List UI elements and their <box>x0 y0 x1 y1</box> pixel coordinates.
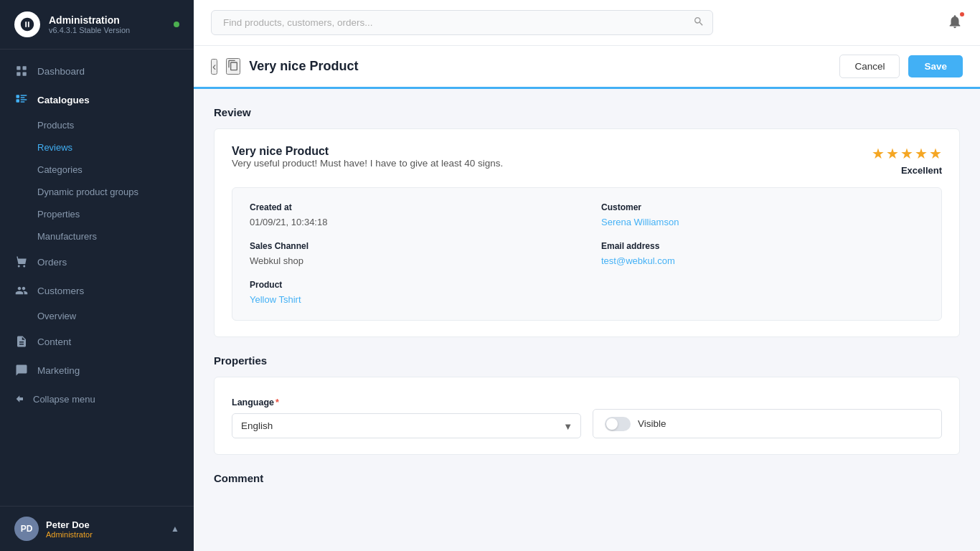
svg-rect-7 <box>17 99 20 103</box>
rating-label: Excellent <box>872 165 942 176</box>
content-icon <box>14 334 29 349</box>
sidebar-item-reviews[interactable]: Reviews <box>0 136 194 159</box>
language-field-group: Language* English German French Spanish … <box>232 397 581 438</box>
sidebar-item-dynamic-product-groups[interactable]: Dynamic product groups <box>0 181 194 203</box>
detail-sales-channel: Sales Channel Webkul shop <box>250 241 573 267</box>
created-at-label: Created at <box>250 202 573 212</box>
save-button[interactable]: Save <box>908 55 963 77</box>
comment-heading: Comment <box>214 472 960 484</box>
comment-section: Comment <box>214 472 960 484</box>
detail-product: Product Yellow Tshirt <box>250 280 573 306</box>
sidebar: Administration v6.4.3.1 Stable Version D… <box>0 0 194 551</box>
sidebar-item-categories[interactable]: Categories <box>0 159 194 181</box>
detail-customer: Customer Serena Williamson <box>601 202 924 228</box>
product-label: Product <box>250 280 573 290</box>
search-bar <box>211 10 713 35</box>
language-select-wrapper: English German French Spanish ▼ <box>232 413 581 438</box>
properties-form-row: Language* English German French Spanish … <box>232 393 942 438</box>
sidebar-item-orders[interactable]: Orders <box>0 248 194 276</box>
notification-badge <box>958 11 966 18</box>
app-title-group: Administration v6.4.3.1 Stable Version <box>49 14 130 34</box>
star-rating: ★ ★ ★ ★ ★ <box>872 145 942 162</box>
svg-rect-1 <box>23 66 27 70</box>
sidebar-item-content[interactable]: Content <box>0 327 194 356</box>
star-5: ★ <box>929 145 942 162</box>
language-label: Language* <box>232 397 581 408</box>
properties-heading: Properties <box>214 354 960 367</box>
search-icon[interactable] <box>693 16 705 30</box>
user-menu-chevron[interactable]: ▲ <box>171 524 179 534</box>
sidebar-item-products[interactable]: Products <box>0 114 194 136</box>
marketing-label: Marketing <box>37 365 80 376</box>
language-select[interactable]: English German French Spanish <box>232 413 581 438</box>
language-required: * <box>275 397 279 408</box>
sidebar-item-overview[interactable]: Overview <box>0 305 194 327</box>
notifications-button[interactable] <box>947 14 963 32</box>
collapse-menu-button[interactable]: Collapse menu <box>0 385 194 413</box>
email-value[interactable]: test@webkul.com <box>601 255 675 266</box>
review-section: Review Very nice Product Very useful pro… <box>214 106 960 337</box>
svg-rect-8 <box>21 99 27 100</box>
review-details: Created at 01/09/21, 10:34:18 Customer S… <box>232 187 942 321</box>
svg-rect-2 <box>17 72 20 76</box>
svg-rect-9 <box>21 101 25 103</box>
catalogues-icon <box>14 93 29 107</box>
sidebar-item-marketing[interactable]: Marketing <box>0 356 194 385</box>
sidebar-item-catalogues[interactable]: Catalogues <box>0 85 194 114</box>
customers-icon <box>14 283 29 298</box>
user-info: Peter Doe Administrator <box>46 519 171 539</box>
sales-channel-label: Sales Channel <box>250 241 573 251</box>
sidebar-footer: PD Peter Doe Administrator ▲ <box>0 506 194 551</box>
sidebar-item-properties[interactable]: Properties <box>0 203 194 225</box>
review-details-grid: Created at 01/09/21, 10:34:18 Customer S… <box>250 202 924 306</box>
status-indicator <box>174 22 179 27</box>
catalogues-label: Catalogues <box>37 95 90 105</box>
collapse-menu-label: Collapse menu <box>33 394 95 405</box>
main-content: ‹ Very nice Product Cancel Save Review V… <box>194 0 980 551</box>
content-body: Review Very nice Product Very useful pro… <box>194 89 980 551</box>
svg-rect-4 <box>17 95 20 98</box>
star-1: ★ <box>872 145 885 162</box>
review-card: Very nice Product Very useful product! M… <box>214 128 960 337</box>
cancel-button[interactable]: Cancel <box>839 55 900 78</box>
back-button[interactable]: ‹ <box>211 59 217 75</box>
sidebar-item-customers[interactable]: Customers <box>0 276 194 305</box>
review-rating: ★ ★ ★ ★ ★ Excellent <box>872 145 942 176</box>
marketing-icon <box>14 363 29 377</box>
sidebar-header: Administration v6.4.3.1 Stable Version <box>0 0 194 50</box>
dashboard-icon <box>14 64 29 78</box>
categories-label: Categories <box>37 164 83 175</box>
manufacturers-label: Manufacturers <box>37 231 97 242</box>
sidebar-item-manufacturers[interactable]: Manufacturers <box>0 225 194 248</box>
customer-label: Customer <box>601 202 924 212</box>
properties-label: Properties <box>37 209 80 220</box>
reviews-label: Reviews <box>37 142 72 153</box>
dashboard-label: Dashboard <box>37 66 85 77</box>
topbar <box>194 0 980 46</box>
sidebar-item-dashboard[interactable]: Dashboard <box>0 57 194 85</box>
customer-value[interactable]: Serena Williamson <box>601 217 679 227</box>
email-label: Email address <box>601 241 924 251</box>
detail-created-at: Created at 01/09/21, 10:34:18 <box>250 202 573 228</box>
orders-icon <box>14 255 29 269</box>
review-product-name: Very nice Product <box>232 145 503 158</box>
star-2: ★ <box>886 145 899 162</box>
detail-email: Email address test@webkul.com <box>601 241 924 267</box>
star-4: ★ <box>915 145 928 162</box>
user-role: Administrator <box>46 530 171 539</box>
user-name: Peter Doe <box>46 519 171 530</box>
search-input[interactable] <box>211 10 713 35</box>
products-label: Products <box>37 120 74 131</box>
overview-label: Overview <box>37 311 76 321</box>
review-heading: Review <box>214 106 960 118</box>
product-value[interactable]: Yellow Tshirt <box>250 294 301 305</box>
content-header: ‹ Very nice Product Cancel Save <box>194 46 980 89</box>
visible-toggle[interactable] <box>605 417 631 431</box>
copy-button[interactable] <box>226 58 240 75</box>
sidebar-nav: Dashboard Catalogues Products Reviews Ca… <box>0 50 194 506</box>
dynamic-product-groups-label: Dynamic product groups <box>37 187 138 197</box>
content-label: Content <box>37 336 71 347</box>
orders-label: Orders <box>37 257 67 268</box>
visible-field-group: x Visible <box>593 393 942 438</box>
review-text: Very useful product! Must have! I have t… <box>232 158 503 169</box>
